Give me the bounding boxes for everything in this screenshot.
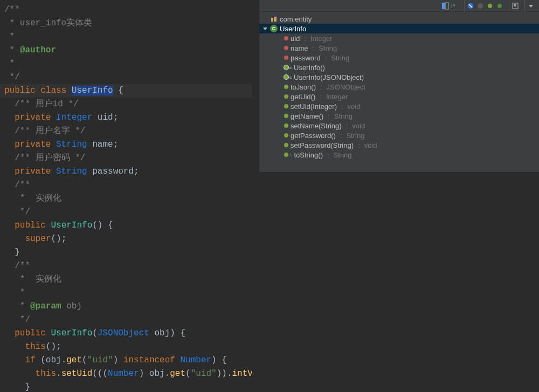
tree-member[interactable]: getPassword():String xyxy=(259,130,539,140)
member-name: getUid() xyxy=(291,93,315,101)
method-icon xyxy=(284,143,288,147)
editor-dark-area xyxy=(259,173,539,392)
svg-rect-1 xyxy=(445,3,448,9)
tree-member[interactable]: getName():String xyxy=(259,111,539,121)
constructor-badge: c xyxy=(289,65,292,70)
method-icon xyxy=(284,104,288,108)
member-type: void xyxy=(348,102,361,111)
type-colon: : xyxy=(310,44,317,52)
type-colon: : xyxy=(318,83,324,91)
show-nonpublic-icon[interactable] xyxy=(476,2,484,10)
member-name: getName() xyxy=(291,112,323,120)
structure-tree[interactable]: com.entity C UserInfo uid:Integername:St… xyxy=(259,12,539,162)
svg-point-7 xyxy=(497,4,502,8)
tree-class[interactable]: C UserInfo xyxy=(259,24,539,33)
member-name: name xyxy=(291,44,308,52)
member-type: void xyxy=(364,141,377,149)
member-name: setPassword(String) xyxy=(291,141,354,149)
selected-class-name: UserInfo xyxy=(72,86,113,95)
svg-point-5 xyxy=(478,3,483,9)
type-colon: : xyxy=(356,141,362,149)
autoscroll-icon[interactable] xyxy=(512,2,519,10)
show-inherited-icon[interactable] xyxy=(486,2,494,10)
field-icon xyxy=(284,36,288,40)
member-type: String xyxy=(334,151,352,159)
member-name: UserInfo() xyxy=(294,64,325,72)
type-colon: : xyxy=(326,112,332,120)
constructor-badge: c xyxy=(289,75,292,80)
layout-icon[interactable] xyxy=(441,2,449,10)
constructor-icon xyxy=(284,75,288,79)
svg-text:Iᴬ: Iᴬ xyxy=(451,3,455,9)
tree-member[interactable]: setName(String):void xyxy=(259,121,539,130)
method-icon xyxy=(284,85,288,89)
caret-line[interactable]: public class UserInfo { xyxy=(0,84,252,98)
member-name: password xyxy=(291,54,321,62)
override-method-icon xyxy=(284,153,288,157)
tree-member[interactable]: password:String xyxy=(259,53,539,63)
member-type: Integer xyxy=(310,35,332,43)
type-colon: : xyxy=(323,54,329,62)
svg-rect-0 xyxy=(442,3,445,9)
tree-member[interactable]: uid:Integer xyxy=(259,33,539,43)
comment: /** xyxy=(4,5,20,15)
tree-member[interactable]: cUserInfo() xyxy=(259,63,539,72)
class-icon: C xyxy=(270,25,278,32)
tree-member[interactable]: getUid():Integer xyxy=(259,92,539,101)
member-name: setUid(Integer) xyxy=(291,102,337,111)
member-type: String xyxy=(319,44,337,52)
package-icon xyxy=(270,15,278,23)
constructor-icon xyxy=(284,65,288,70)
field-icon xyxy=(284,46,288,50)
method-icon xyxy=(284,94,288,99)
member-name: toString() xyxy=(294,151,323,159)
code-editor[interactable]: /** * user_info实体类 * * @author * */ publ… xyxy=(0,0,252,392)
svg-rect-12 xyxy=(274,17,277,22)
structure-panel: Iᴬ com.entity C UserInfo uid:Integername… xyxy=(259,0,539,173)
method-icon xyxy=(284,133,288,137)
member-type: String xyxy=(331,54,349,62)
structure-toolbar: Iᴬ xyxy=(259,0,539,12)
tree-members: uid:Integername:Stringpassword:StringcUs… xyxy=(259,33,539,160)
show-fields-icon[interactable] xyxy=(467,2,474,10)
javadoc-param: @param xyxy=(30,301,61,311)
override-up-icon: ↑ xyxy=(289,152,292,157)
member-name: toJson() xyxy=(291,83,316,91)
type-colon: : xyxy=(339,102,345,111)
svg-marker-13 xyxy=(263,27,267,30)
member-name: setName(String) xyxy=(291,122,342,130)
svg-point-6 xyxy=(488,4,492,8)
member-name: uid xyxy=(291,35,300,43)
tree-member[interactable]: setUid(Integer):void xyxy=(259,101,539,111)
collapse-arrow-icon[interactable] xyxy=(262,26,268,31)
type-colon: : xyxy=(344,122,350,130)
tree-member[interactable]: toJson():JSONObject xyxy=(259,82,539,92)
type-colon: : xyxy=(338,132,344,140)
tree-member[interactable]: name:String xyxy=(259,43,539,53)
show-anonymous-icon[interactable] xyxy=(496,2,503,10)
sort-alpha-icon[interactable]: Iᴬ xyxy=(451,2,459,10)
tree-member[interactable]: cUserInfo(JSONObject) xyxy=(259,72,539,82)
svg-marker-10 xyxy=(529,5,533,8)
member-name: UserInfo(JSONObject) xyxy=(294,73,364,81)
tree-member[interactable]: ↑toString():String xyxy=(259,150,539,160)
type-colon: : xyxy=(325,151,331,159)
tree-package[interactable]: com.entity xyxy=(259,14,539,24)
member-type: String xyxy=(346,132,364,140)
type-colon: : xyxy=(302,35,308,43)
member-name: getPassword() xyxy=(291,132,336,140)
chevron-down-icon[interactable] xyxy=(527,2,535,10)
javadoc-author: @author xyxy=(20,45,56,55)
field-icon xyxy=(284,56,288,60)
method-icon xyxy=(284,114,288,118)
member-type: JSONObject xyxy=(327,83,365,91)
tree-member[interactable]: setPassword(String):void xyxy=(259,140,539,150)
member-type: String xyxy=(334,112,353,120)
member-type: Integer xyxy=(326,93,348,101)
type-colon: : xyxy=(317,93,324,101)
member-type: void xyxy=(352,122,365,130)
method-icon xyxy=(284,123,288,128)
svg-rect-9 xyxy=(514,4,516,6)
svg-rect-11 xyxy=(271,18,273,22)
